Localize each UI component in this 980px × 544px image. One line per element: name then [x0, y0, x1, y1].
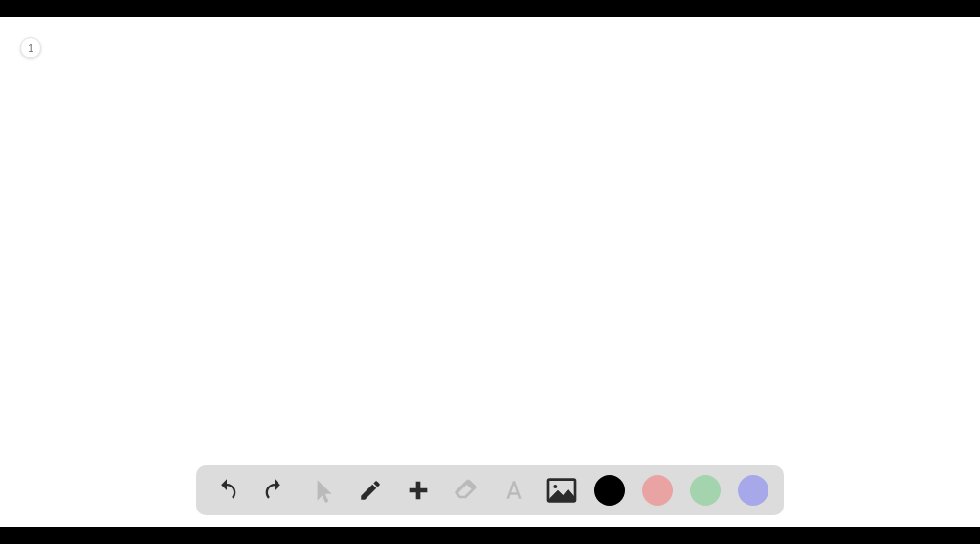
color-swatch-blue[interactable] [738, 475, 768, 506]
svg-point-1 [553, 485, 557, 488]
image-icon [546, 477, 577, 504]
text-icon [501, 478, 526, 503]
window-top-bar [0, 0, 980, 17]
redo-icon [261, 477, 288, 504]
select-button[interactable] [307, 475, 338, 506]
cursor-icon [310, 478, 335, 503]
undo-button[interactable] [212, 475, 242, 506]
image-button[interactable] [546, 475, 577, 506]
color-swatch-green[interactable] [690, 475, 721, 506]
pencil-icon [358, 478, 383, 503]
add-button[interactable] [403, 475, 434, 506]
page-number: 1 [28, 43, 33, 54]
canvas[interactable] [0, 17, 980, 527]
color-swatch-red[interactable] [642, 475, 673, 506]
text-button[interactable] [499, 475, 529, 506]
color-swatch-black[interactable] [594, 475, 625, 506]
toolbar [196, 465, 784, 515]
plus-icon [405, 477, 432, 504]
page-number-badge[interactable]: 1 [20, 37, 41, 58]
pencil-button[interactable] [355, 475, 386, 506]
undo-icon [213, 477, 240, 504]
eraser-icon [453, 477, 479, 504]
eraser-button[interactable] [451, 475, 481, 506]
redo-button[interactable] [259, 475, 290, 506]
window-bottom-bar [0, 527, 980, 544]
